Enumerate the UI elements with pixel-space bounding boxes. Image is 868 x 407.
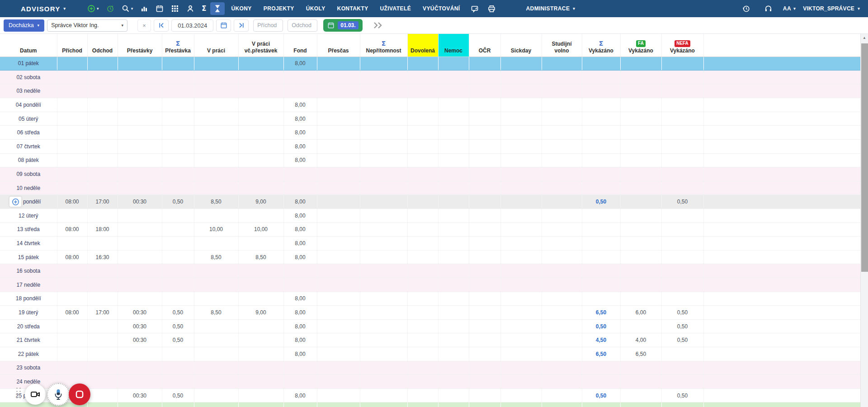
- cell-datum[interactable]: 08 pátek: [0, 153, 57, 167]
- cell-v_praci_vc[interactable]: [238, 402, 283, 407]
- cell-ocr[interactable]: [469, 209, 500, 223]
- cell-datum[interactable]: 16 sobota: [0, 264, 57, 278]
- cell-v_praci_vc[interactable]: [238, 292, 283, 306]
- cell-ocr[interactable]: [469, 222, 500, 237]
- cell-nemoc[interactable]: [438, 140, 469, 154]
- vertical-scrollbar[interactable]: ▲: [860, 34, 868, 407]
- cell-prescas[interactable]: [317, 140, 360, 154]
- cell-odchod[interactable]: [87, 278, 118, 292]
- cell-sickday[interactable]: [500, 167, 542, 181]
- nav-vyuctovani[interactable]: VYÚČTOVÁNÍ: [423, 5, 460, 12]
- cell-sum_prestavka[interactable]: [162, 126, 194, 140]
- cell-dovolena[interactable]: [407, 140, 438, 154]
- cell-nemoc[interactable]: [438, 250, 469, 264]
- cell-sum_nepritomnost[interactable]: [360, 361, 407, 375]
- cell-prestavky[interactable]: [118, 264, 162, 278]
- cell-odchod[interactable]: 17:00: [87, 306, 118, 320]
- cell-nefa_vykazano[interactable]: [661, 140, 703, 154]
- cell-sum_nepritomnost[interactable]: [360, 71, 407, 85]
- cell-fa_vykazano[interactable]: [620, 209, 661, 223]
- cell-datum[interactable]: 01 pátek: [0, 57, 57, 71]
- cell-fa_vykazano[interactable]: [620, 98, 661, 112]
- cell-fond[interactable]: 8,00: [283, 292, 317, 306]
- cell-sum_vykazano[interactable]: [582, 140, 620, 154]
- cell-sum_prestavka[interactable]: [162, 264, 194, 278]
- cell-odchod[interactable]: [87, 361, 118, 375]
- cell-v_praci_vc[interactable]: [238, 153, 283, 167]
- table-row[interactable]: [0, 402, 860, 407]
- cell-prescas[interactable]: [317, 306, 360, 320]
- cell-sum_nepritomnost[interactable]: [360, 319, 407, 333]
- cell-sickday[interactable]: [500, 153, 542, 167]
- cell-sum_nepritomnost[interactable]: [360, 195, 407, 209]
- cell-v_praci_vc[interactable]: [238, 278, 283, 292]
- add-circle-button[interactable]: ▾: [84, 2, 102, 15]
- cell-nemoc[interactable]: [438, 306, 469, 320]
- cell-sum_nepritomnost[interactable]: [360, 292, 407, 306]
- cell-studijni_volno[interactable]: [542, 278, 582, 292]
- cell-nemoc[interactable]: [438, 278, 469, 292]
- cell-sum_vykazano[interactable]: [582, 181, 620, 195]
- cell-sum_vykazano[interactable]: [582, 375, 620, 389]
- table-row[interactable]: 06 středa8,00: [0, 126, 860, 140]
- cell-nefa_vykazano[interactable]: [661, 237, 703, 251]
- cell-sickday[interactable]: [500, 361, 542, 375]
- cell-sum_nepritomnost[interactable]: [360, 209, 407, 223]
- nav-ukony[interactable]: ÚKONY: [231, 5, 251, 12]
- cell-fond[interactable]: 8,00: [283, 112, 317, 126]
- cell-sum_prestavka[interactable]: 0,50: [162, 333, 194, 347]
- cell-ocr[interactable]: [469, 112, 500, 126]
- nav-uzivatele[interactable]: UŽIVATELÉ: [380, 5, 411, 12]
- cell-prescas[interactable]: [317, 250, 360, 264]
- cell-dovolena[interactable]: [407, 278, 438, 292]
- cell-sum_nepritomnost[interactable]: [360, 126, 407, 140]
- cell-sum_vykazano[interactable]: 0,50: [582, 388, 620, 402]
- cell-odchod[interactable]: [87, 264, 118, 278]
- cell-prichod[interactable]: [57, 98, 87, 112]
- cell-dovolena[interactable]: [407, 333, 438, 347]
- cell-odchod[interactable]: 16:30: [87, 250, 118, 264]
- cell-sum_prestavka[interactable]: [162, 402, 194, 407]
- cell-fa_vykazano[interactable]: [620, 112, 661, 126]
- cell-fa_vykazano[interactable]: [620, 167, 661, 181]
- cell-prichod[interactable]: [57, 181, 87, 195]
- cell-fond[interactable]: 8,00: [283, 333, 317, 347]
- cell-v_praci_vc[interactable]: [238, 388, 283, 402]
- cell-v_praci[interactable]: [194, 347, 238, 361]
- cell-nemoc[interactable]: [438, 181, 469, 195]
- cell-nemoc[interactable]: [438, 209, 469, 223]
- cell-nemoc[interactable]: [438, 126, 469, 140]
- cell-dovolena[interactable]: [407, 195, 438, 209]
- cell-datum[interactable]: 02 sobota: [0, 71, 57, 85]
- attendance-button[interactable]: [210, 2, 225, 15]
- table-row[interactable]: 20 středa00:300,508,000,500,50: [0, 319, 860, 333]
- cell-ocr[interactable]: [469, 181, 500, 195]
- table-row[interactable]: 16 sobota: [0, 264, 860, 278]
- cell-sum_prestavka[interactable]: [162, 112, 194, 126]
- date-value[interactable]: 01.03.2024: [171, 19, 213, 32]
- scroll-up-arrow-icon[interactable]: ▲: [861, 34, 868, 42]
- cell-sum_vykazano[interactable]: [582, 112, 620, 126]
- cell-prestavky[interactable]: [118, 222, 162, 237]
- table-row[interactable]: 05 úterý8,00: [0, 112, 860, 126]
- cell-fa_vykazano[interactable]: 6,50: [620, 347, 661, 361]
- cell-dovolena[interactable]: [407, 181, 438, 195]
- cell-v_praci_vc[interactable]: 9,00: [238, 195, 283, 209]
- module-dropdown[interactable]: Docházka ▾: [4, 19, 44, 32]
- cell-prescas[interactable]: [317, 361, 360, 375]
- cell-sum_nepritomnost[interactable]: [360, 167, 407, 181]
- cell-prescas[interactable]: [317, 153, 360, 167]
- cell-studijni_volno[interactable]: [542, 98, 582, 112]
- cell-prestavky[interactable]: [118, 250, 162, 264]
- cell-dovolena[interactable]: [407, 402, 438, 407]
- cell-studijni_volno[interactable]: [542, 292, 582, 306]
- cell-v_praci_vc[interactable]: [238, 57, 283, 71]
- cell-ocr[interactable]: [469, 375, 500, 389]
- cell-sum_prestavka[interactable]: [162, 140, 194, 154]
- cell-prestavky[interactable]: [118, 71, 162, 85]
- cell-prichod[interactable]: [57, 153, 87, 167]
- cell-datum[interactable]: 09 sobota: [0, 167, 57, 181]
- cell-studijni_volno[interactable]: [542, 167, 582, 181]
- table-row[interactable]: 03 neděle: [0, 84, 860, 98]
- table-row[interactable]: 19 úterý08:0017:0000:300,508,509,008,006…: [0, 306, 860, 320]
